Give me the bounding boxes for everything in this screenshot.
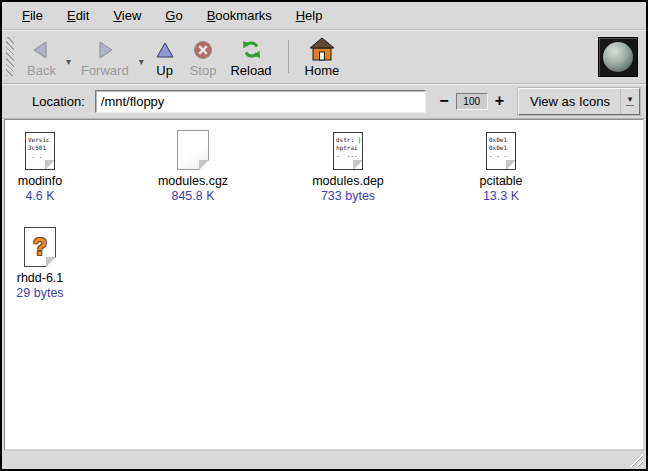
file-icon-wrap: Versic 3c501 . .	[25, 128, 55, 170]
file-item-modinfo[interactable]: Versic 3c501 . .modinfo4.6 K	[4, 128, 115, 203]
throbber-sphere-icon	[603, 42, 633, 72]
menu-item-bookmarks[interactable]: Bookmarks	[195, 5, 284, 26]
home-button[interactable]: Home	[298, 32, 347, 81]
file-name: modules.cgz	[158, 174, 228, 188]
toolbar: Back ▾ Forward ▾ Up Stop	[2, 30, 646, 84]
back-history-dropdown-icon[interactable]: ▾	[63, 56, 74, 67]
document-text-icon: Versic 3c501 . .	[25, 132, 55, 170]
unknown-file-icon: ?	[24, 227, 56, 267]
forward-button-label: Forward	[81, 63, 129, 78]
file-name: modules.dep	[312, 174, 384, 188]
reload-button-label: Reload	[230, 63, 271, 78]
throbber	[598, 37, 638, 77]
toolbar-spacer	[346, 32, 598, 81]
up-arrow-icon	[154, 36, 176, 63]
question-mark-icon: ?	[33, 234, 47, 261]
zoom-out-button[interactable]: −	[435, 93, 452, 109]
menu-item-help[interactable]: Help	[284, 5, 335, 26]
menu-item-view[interactable]: View	[101, 5, 153, 26]
document-text-icon: 0x0e1 0x0e1 - - -	[486, 132, 516, 170]
dropdown-arrow-icon[interactable]: ▾	[620, 89, 639, 114]
file-size: 13.3 K	[483, 189, 519, 203]
back-arrow-icon	[30, 36, 52, 63]
toolbar-drag-handle[interactable]	[6, 37, 14, 76]
file-name: rhdd-6.1	[17, 271, 64, 285]
menu-item-edit[interactable]: Edit	[55, 5, 101, 26]
file-view[interactable]: Versic 3c501 . .modinfo4.6 Kmodules.cgz8…	[4, 119, 644, 450]
location-input[interactable]	[95, 90, 427, 113]
file-name: pcitable	[479, 174, 522, 188]
file-size: 733 bytes	[321, 189, 375, 203]
home-button-label: Home	[305, 63, 340, 78]
stop-button[interactable]: Stop	[183, 32, 224, 81]
file-icon-wrap	[177, 128, 209, 170]
view-mode-label: View as Icons	[519, 94, 620, 109]
document-text-icon: dstr: | hptrai - ---	[333, 132, 363, 170]
zoom-control: − 100 +	[435, 93, 508, 110]
back-button-label: Back	[27, 63, 56, 78]
stop-icon	[192, 36, 214, 63]
forward-history-dropdown-icon[interactable]: ▾	[136, 56, 147, 67]
file-item-modules.cgz[interactable]: modules.cgz845.8 K	[118, 128, 268, 203]
location-bar: Location: − 100 + View as Icons ▾	[2, 84, 646, 119]
up-button[interactable]: Up	[147, 32, 183, 81]
menu-bar: FileEditViewGoBookmarksHelp	[2, 2, 646, 30]
toolbar-separator	[288, 40, 289, 73]
menu-item-file[interactable]: File	[10, 5, 55, 26]
reload-button[interactable]: Reload	[223, 32, 278, 81]
zoom-in-button[interactable]: +	[491, 93, 508, 109]
back-button[interactable]: Back	[20, 32, 63, 81]
document-icon	[177, 130, 209, 170]
file-icon-wrap: 0x0e1 0x0e1 - - -	[486, 128, 516, 170]
file-icon-wrap: ?	[24, 225, 56, 267]
reload-icon	[240, 36, 263, 63]
file-size: 29 bytes	[16, 286, 63, 300]
forward-arrow-icon	[94, 36, 116, 63]
forward-button[interactable]: Forward	[74, 32, 136, 81]
location-label: Location:	[32, 94, 85, 109]
file-item-modules.dep[interactable]: dstr: | hptrai - ---modules.dep733 bytes	[273, 128, 423, 203]
menu-item-go[interactable]: Go	[153, 5, 194, 26]
file-name: modinfo	[18, 174, 62, 188]
view-mode-dropdown[interactable]: View as Icons ▾	[518, 88, 640, 115]
file-size: 4.6 K	[25, 189, 54, 203]
file-manager-window: FileEditViewGoBookmarksHelp Back ▾ Forwa…	[0, 0, 648, 471]
home-icon	[309, 36, 335, 63]
file-item-rhdd-6.1[interactable]: ?rhdd-6.129 bytes	[4, 225, 115, 300]
status-bar	[2, 450, 646, 469]
resize-grip-icon[interactable]	[628, 452, 643, 467]
dropdown-arrow-bar	[626, 105, 634, 107]
file-icon-wrap: dstr: | hptrai - ---	[333, 128, 363, 170]
chevron-down-icon: ▾	[628, 95, 633, 103]
zoom-level-indicator[interactable]: 100	[456, 93, 488, 110]
file-size: 845.8 K	[171, 189, 214, 203]
up-button-label: Up	[156, 63, 173, 78]
stop-button-label: Stop	[190, 63, 217, 78]
file-item-pcitable[interactable]: 0x0e1 0x0e1 - - -pcitable13.3 K	[426, 128, 576, 203]
